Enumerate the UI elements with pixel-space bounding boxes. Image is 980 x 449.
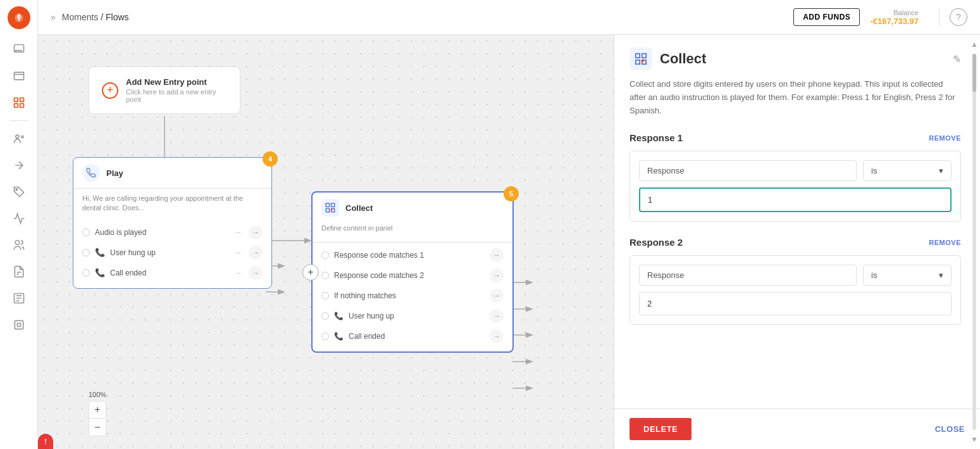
sidebar-item-notes[interactable] xyxy=(8,260,30,283)
sidebar-item-inbox[interactable] xyxy=(8,65,30,87)
play-node-header: Play xyxy=(73,158,271,189)
svg-rect-2 xyxy=(14,72,23,80)
chevron-down-icon: ▾ xyxy=(939,270,943,280)
output-row-hung: 📞 User hung up − → xyxy=(73,243,271,263)
response-2-row: Response is ▾ xyxy=(639,265,952,286)
output-minus[interactable]: − xyxy=(236,227,241,237)
response-2-header: Response 2 REMOVE xyxy=(630,237,961,248)
collect-node-title: Collect xyxy=(345,203,373,213)
close-button[interactable]: CLOSE xyxy=(935,424,965,434)
svg-rect-31 xyxy=(636,60,640,64)
collect-node-description: Define content in panel xyxy=(321,224,504,232)
response-1-operator[interactable]: is ▾ xyxy=(863,160,952,181)
output-arrow[interactable]: → xyxy=(490,329,504,343)
response-1-row: Response is ▾ xyxy=(639,160,952,181)
output-connector xyxy=(321,312,329,320)
phone-icon: 📞 xyxy=(95,248,105,257)
response-2-section: Response 2 REMOVE Response is ▾ xyxy=(630,237,961,325)
logo-icon[interactable] xyxy=(8,6,30,29)
svg-point-7 xyxy=(16,135,19,138)
collect-output-1: Response code matches 1 → xyxy=(313,245,512,265)
output-label-hung: User hung up xyxy=(110,248,231,257)
response-2-card: Response is ▾ xyxy=(630,255,961,325)
sidebar-item-chat[interactable] xyxy=(8,38,30,61)
entry-point-text: Add New Entry point Click here to add a … xyxy=(126,77,227,103)
collect-grid-icon xyxy=(321,199,339,217)
collect-node-body: Define content in panel xyxy=(313,223,512,238)
sidebar-item-broadcast[interactable] xyxy=(8,154,30,177)
collect-output-label-nothing: If nothing matches xyxy=(334,291,485,300)
sidebar-item-tags[interactable] xyxy=(8,180,30,203)
breadcrumb-current: Flows xyxy=(106,12,129,22)
response-1-title: Response 1 xyxy=(630,132,683,143)
scroll-down-icon[interactable]: ▼ xyxy=(971,435,978,444)
zoom-out-button[interactable]: − xyxy=(89,419,106,436)
collect-node-header: Collect xyxy=(313,193,512,223)
output-connector xyxy=(321,332,329,340)
output-connector xyxy=(82,229,90,236)
output-arrow[interactable]: → xyxy=(490,248,504,262)
output-minus[interactable]: − xyxy=(236,248,241,258)
response-1-section: Response 1 REMOVE Response is ▾ xyxy=(630,132,961,222)
output-arrow[interactable]: → xyxy=(490,269,504,282)
output-arrow[interactable]: → xyxy=(490,309,504,323)
response-1-value-input[interactable] xyxy=(639,187,952,212)
response-2-remove-button[interactable]: REMOVE xyxy=(929,239,961,246)
response-1-operator-label: is xyxy=(871,166,877,175)
play-node-body: Hi, We are calling regarding your appoin… xyxy=(73,189,271,220)
response-2-operator-label: is xyxy=(871,270,877,280)
topbar-divider xyxy=(939,8,940,27)
sidebar-item-analytics[interactable] xyxy=(8,207,30,230)
collect-outputs: Response code matches 1 → Response code … xyxy=(313,242,512,351)
add-funds-button[interactable]: ADD FUNDS xyxy=(793,8,860,26)
svg-rect-6 xyxy=(20,104,23,108)
expand-icon[interactable]: » xyxy=(51,12,56,22)
output-connector xyxy=(321,272,329,279)
chevron-down-icon: ▾ xyxy=(939,166,943,175)
entry-point-node[interactable]: + Add New Entry point Click here to add … xyxy=(89,66,240,114)
output-arrow[interactable]: → xyxy=(249,246,263,260)
balance-block: Balance -€167,733.97 xyxy=(870,9,919,26)
sidebar-item-flows[interactable] xyxy=(8,91,30,114)
svg-point-33 xyxy=(641,59,644,62)
response-2-operator[interactable]: is ▾ xyxy=(863,265,952,286)
breadcrumb-parent[interactable]: Moments xyxy=(62,12,99,22)
phone-icon: 📞 xyxy=(334,332,344,341)
play-node[interactable]: 4 Play Hi, We are calling regarding your… xyxy=(73,157,272,289)
collect-node-badge: 5 xyxy=(504,186,519,201)
output-arrow[interactable]: → xyxy=(249,225,263,239)
sidebar-divider xyxy=(9,120,28,121)
output-label-call-ended: Call ended xyxy=(110,269,231,277)
error-badge: ! xyxy=(38,434,53,449)
sidebar-item-rules[interactable] xyxy=(8,287,30,310)
output-minus[interactable]: − xyxy=(236,268,241,278)
sidebar-item-contacts[interactable] xyxy=(8,127,30,150)
panel-description: Collect and store digits entered by user… xyxy=(630,78,961,117)
canvas-area: + Add New Entry point Click here to add … xyxy=(38,35,614,449)
collect-output-label-call-ended: Call ended xyxy=(349,332,485,341)
collect-node[interactable]: 5 + Collect Define content in panel Resp… xyxy=(311,191,514,353)
response-2-value-input[interactable] xyxy=(639,292,952,315)
output-row-call-ended: 📞 Call ended − → xyxy=(73,263,271,283)
collect-plus-button[interactable]: + xyxy=(302,264,319,281)
output-arrow[interactable]: → xyxy=(249,266,263,280)
sidebar xyxy=(0,0,38,449)
panel-scrollbar: ▲ ▼ xyxy=(969,35,980,449)
response-1-remove-button[interactable]: REMOVE xyxy=(929,134,961,142)
svg-point-9 xyxy=(15,241,20,245)
output-arrow[interactable]: → xyxy=(490,289,504,303)
scroll-up-icon[interactable]: ▲ xyxy=(971,40,978,49)
response-2-field: Response xyxy=(639,265,857,286)
sidebar-item-settings[interactable] xyxy=(8,313,30,336)
balance-label: Balance xyxy=(893,9,919,16)
response-1-card: Response is ▾ xyxy=(630,151,961,222)
edit-icon[interactable]: ✎ xyxy=(953,53,961,65)
svg-rect-29 xyxy=(636,54,640,58)
collect-output-label-1: Response code matches 1 xyxy=(334,251,485,260)
phone-icon: 📞 xyxy=(334,312,344,320)
zoom-in-button[interactable]: + xyxy=(89,401,106,419)
sidebar-item-audience[interactable] xyxy=(8,234,30,256)
help-button[interactable]: ? xyxy=(950,8,967,26)
delete-button[interactable]: DELETE xyxy=(630,418,692,440)
balance-value: -€167,733.97 xyxy=(870,16,919,26)
